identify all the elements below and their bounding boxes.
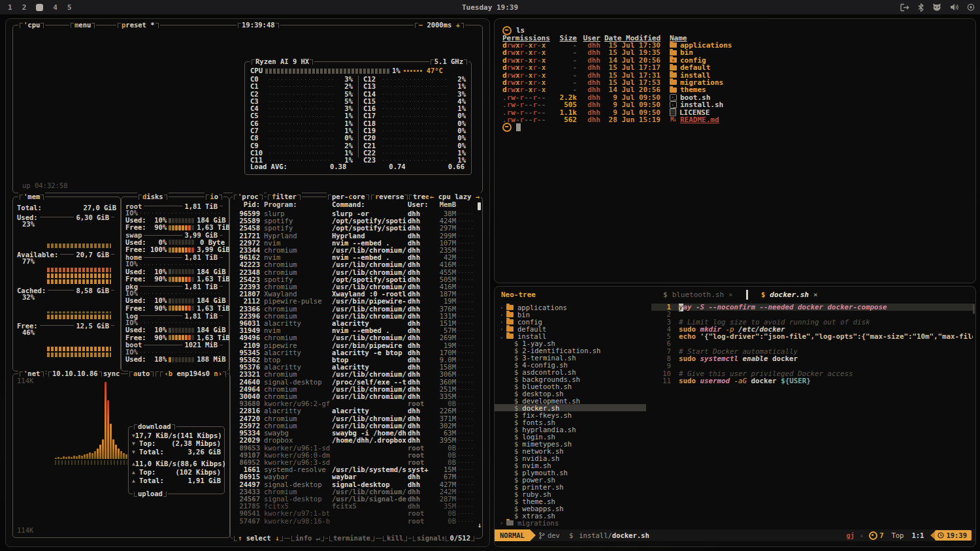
tab-bluetooth.sh[interactable]: $bluetooth.sh× — [653, 287, 743, 302]
tree-item-login.sh[interactable]: $login.sh — [495, 433, 646, 440]
process-list[interactable]: 96599slurpslurp -ordhh38M0.025589spotify… — [233, 210, 473, 535]
tree-item-install[interactable]: ⌄install — [495, 332, 646, 339]
tree-item-config[interactable]: ›config — [495, 318, 646, 325]
io-toggle[interactable]: io — [204, 193, 223, 201]
tree-item-fix-fkeys.sh[interactable]: $fix-fkeys.sh — [495, 411, 646, 418]
process-row[interactable]: 22972nvimnvim --embed .dhh107M0.0 — [233, 240, 473, 247]
tree-item-docker.sh[interactable]: $docker.sh — [495, 404, 646, 411]
process-row[interactable]: 2112pipewire-pulse/usr/bin/pipewire-dhh1… — [233, 298, 473, 305]
per-core-toggle[interactable]: per-core — [327, 193, 370, 201]
process-row[interactable]: 96031alacrittyalacrittydhh151M0.0 — [233, 320, 473, 327]
reverse-toggle[interactable]: reverse — [370, 193, 409, 201]
sync-button[interactable]: sync — [102, 370, 121, 378]
code-line-5[interactable]: 5echo '{"log-driver":"json-file","log-op… — [651, 333, 973, 340]
process-row[interactable]: 57467kworker/u98:16-broot0B0.0 — [233, 518, 473, 525]
process-row[interactable]: 24640signal-desktop/proc/self/exe --tdhh… — [233, 379, 473, 386]
process-row[interactable]: 21785fcitx5fcitx5dhh35M0.0 — [233, 503, 473, 510]
tree-item-1-yay.sh[interactable]: $1-yay.sh — [495, 339, 646, 347]
process-row[interactable]: 24567signal-desktop/usr/lib/signal-dedhh… — [233, 496, 473, 503]
process-row[interactable]: 23321chromium/usr/lib/chromium/dhh306M0.… — [233, 371, 473, 378]
tree-item-nvim.sh[interactable]: $nvim.sh — [495, 462, 646, 469]
process-row[interactable]: 86915waybarwaybardhh67M0.0 — [233, 473, 473, 480]
menu-button[interactable]: menu — [69, 21, 96, 29]
tree-item-desktop.sh[interactable]: $desktop.sh — [495, 390, 646, 397]
tree-item-printer.sh[interactable]: $printer.sh — [495, 483, 646, 490]
process-row[interactable]: 23366chromium/usr/lib/chromium/dhh376M0.… — [233, 306, 473, 313]
tree-item-theme.sh[interactable]: $theme.sh — [495, 497, 646, 505]
kill-button[interactable]: kill — [382, 534, 408, 543]
mem-box-label[interactable]: 'mem — [18, 193, 45, 201]
process-row[interactable]: 89653kworker/u96:1-sdroot0B0.0 — [233, 445, 473, 452]
process-row[interactable]: 22348chromium/usr/lib/chromium/dhh455M0.… — [233, 269, 473, 276]
tree-item-plymouth.sh[interactable]: $plymouth.sh — [495, 469, 646, 476]
process-row[interactable]: 31949nvimnvim --embed .dhh57M0.0 — [233, 327, 473, 334]
process-row[interactable]: 25972chromium/usr/lib/chromium/dhh302M0.… — [233, 422, 473, 430]
tree-item-development.sh[interactable]: $development.sh — [495, 397, 646, 404]
file-path[interactable]: install/docker.sh — [579, 531, 649, 539]
process-row[interactable]: 86952kworker/u96:3-sdroot0B0.0 — [233, 459, 473, 466]
info-button[interactable]: info ↵ — [290, 534, 325, 543]
process-row[interactable]: 95334swaybgswaybg -i /home/dhdhh63M0.0 — [233, 430, 473, 437]
tree-item-bin[interactable]: ›bin — [495, 311, 646, 318]
tree-item-fonts.sh[interactable]: $fonts.sh — [495, 418, 646, 426]
process-row[interactable]: 42223chromium/usr/lib/chromium/dhh416M0.… — [233, 261, 473, 268]
process-row[interactable]: 23344chromium/usr/lib/chromium/dhh235M0.… — [233, 247, 473, 254]
plugin-count[interactable]: 7 — [879, 531, 883, 539]
terminate-button[interactable]: terminate — [328, 534, 376, 543]
tree-item-power.sh[interactable]: $power.sh — [495, 476, 646, 483]
process-row[interactable]: 95376alacrittyalacrittydhh158M0.0 — [233, 364, 473, 371]
process-row[interactable]: 22393chromium/usr/lib/chromium/dhh416M0.… — [233, 283, 473, 291]
disks-box-label[interactable]: disks — [137, 193, 169, 201]
tree-item-3-terminal.sh[interactable]: $3-terminal.sh — [495, 354, 646, 361]
editor-scrollbar[interactable] — [973, 304, 975, 314]
proc-nav[interactable]: ← cpu lazy → — [429, 193, 481, 201]
record-icon[interactable] — [967, 3, 975, 11]
volume-icon[interactable] — [950, 3, 958, 11]
code-line-1[interactable]: 1yay -S --noconfirm --needed docker dock… — [651, 304, 973, 311]
preset-button[interactable]: preset * — [116, 21, 160, 29]
process-row[interactable]: 30040chromium/usr/lib/chromium/dhh335M0.… — [233, 393, 473, 400]
tree-item-backgrounds.sh[interactable]: $backgrounds.sh — [495, 375, 646, 383]
tree-item-network.sh[interactable]: $network.sh — [495, 447, 646, 454]
update-interval[interactable]: − 2000ms + — [414, 21, 465, 29]
process-row[interactable]: 23433chromium/usr/lib/chromium/dhh242M0.… — [233, 488, 473, 496]
proc-scrollbar-thumb[interactable] — [478, 202, 481, 210]
process-row[interactable]: 21807XwaylandXwayland :0 -rootldhh187M0.… — [233, 291, 473, 298]
neotree-panel[interactable]: ›applications›bin›config›default⌄install… — [495, 304, 646, 528]
plugin-icon[interactable] — [869, 531, 877, 540]
filter-button[interactable]: filter — [267, 193, 302, 201]
tree-item-bluetooth.sh[interactable]: $bluetooth.sh — [495, 383, 646, 390]
logout-icon[interactable] — [900, 3, 909, 12]
tree-item-2-identification.sh[interactable]: $2-identification.sh — [495, 347, 646, 354]
tree-item-xtras.sh[interactable]: $xtras.sh — [495, 512, 646, 519]
process-row[interactable]: 25589spotify/opt/spotify/spotidhh424M0.2 — [233, 217, 473, 225]
cat-icon[interactable] — [932, 3, 941, 11]
process-row[interactable]: 96162nvimnvim --embed .dhh42M0.0 — [233, 254, 473, 261]
process-row[interactable]: 24964chromium/usr/lib/chromium/dhh251M0.… — [233, 386, 473, 393]
code-line-11[interactable]: 11sudo usermod -aG docker ${USER} — [651, 377, 973, 385]
select-buttons[interactable]: ↑ select ↓ — [233, 534, 284, 543]
process-row[interactable]: 95345alacrittyalacritty -e btopdhh170M0.… — [233, 349, 473, 356]
process-row[interactable]: 96599slurpslurp -ordhh38M0.0 — [233, 210, 473, 217]
process-row[interactable]: 90541kworker/u97:1-btroot0B0.0 — [233, 510, 473, 517]
file-row[interactable]: .rw-r--r--562dhh28 Jun 15:19README.md — [502, 116, 970, 123]
process-row[interactable]: 2109pipewire/usr/bin/pipewiredhh19M0.0 — [233, 342, 473, 349]
code-line-8[interactable]: 8sudo systemctl enable docker — [651, 355, 973, 362]
tree-item-webapps.sh[interactable]: $webapps.sh — [495, 505, 646, 512]
tree-item-migrations[interactable]: ›migrations — [495, 519, 646, 526]
tree-item-nvidia.sh[interactable]: $nvidia.sh — [495, 454, 646, 462]
prompt-line-2[interactable] — [502, 123, 970, 131]
process-row[interactable]: 93680kworker/u96:2-gfroot0B0.0 — [233, 400, 473, 407]
close-icon[interactable]: × — [728, 291, 733, 299]
process-row[interactable]: 21721HyprlandHyprlanddhh299M0.1 — [233, 232, 473, 240]
tree-item-asdcontrol.sh[interactable]: $asdcontrol.sh — [495, 368, 646, 375]
process-row[interactable]: 1661systemd-resolve/usr/lib/systemd/ssys… — [233, 466, 473, 473]
auto-button[interactable]: auto — [128, 370, 155, 378]
process-row[interactable]: 22396chromium/usr/lib/chromium/dhh131M0.… — [233, 313, 473, 320]
process-row[interactable]: 25458spotify/opt/spotify/spotidhh297M0.2 — [233, 225, 473, 232]
tree-item-4-config.sh[interactable]: $4-config.sh — [495, 361, 646, 368]
tree-item-ruby.sh[interactable]: $ruby.sh — [495, 490, 646, 497]
process-row[interactable]: 22029dropbox/home/dhh/.dropboxdhh395M0.0 — [233, 437, 473, 444]
process-row[interactable]: 49496chromium/usr/lib/chromium/dhh269M0.… — [233, 334, 473, 341]
process-row[interactable]: 25423spotify/opt/spotify/spotidhh505M0.0 — [233, 276, 473, 283]
